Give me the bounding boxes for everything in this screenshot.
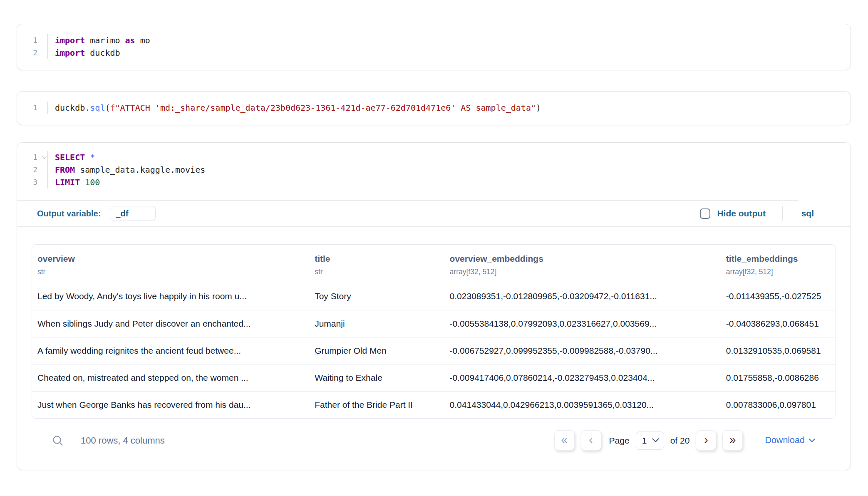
column-header-overview_embeddings[interactable]: overview_embeddingsarray[f32, 512] [444,245,721,283]
table-cell: Jumanji [309,310,444,337]
table-cell: 0.023089351,-0.012809965,-0.03209472,-0.… [444,283,721,310]
column-header-overview[interactable]: overviewstr [32,245,309,283]
table-cell: 0.007833006,0.097801 [721,391,836,418]
double-chevron-right-icon: » [729,434,736,446]
line-number: 3 [17,176,47,188]
table-cell: 0.0132910535,0.069581 [721,337,836,364]
column-dtype: str [37,268,309,276]
dataframe-table: overviewstrtitlestroverview_embeddingsar… [32,245,836,418]
code-line: FROM sample_data.kaggle.movies [55,164,205,176]
code-fold-chevron-icon[interactable] [42,154,46,159]
code-editor[interactable]: 12 import marimo as moimport duckdb [17,34,851,59]
page-total: of 20 [670,436,690,446]
code-lines: duckdb.sql(f"ATTACH 'md:_share/sample_da… [48,102,541,114]
table-cell: Just when George Banks has recovered fro… [32,391,309,418]
table-cell: -0.0055384138,0.07992093,0.023316627,0.0… [444,310,721,337]
code-cell-imports: 12 import marimo as moimport duckdb [17,24,851,70]
code-line: LIMIT 100 [55,176,205,188]
double-chevron-left-icon: « [561,434,568,446]
column-name: title_embeddings [726,254,836,264]
previous-page-button[interactable]: ‹ [581,430,601,451]
output-variable-label: Output variable: [37,209,101,218]
code-lines: import marimo as moimport duckdb [48,34,150,59]
table-cell: A family wedding reignites the ancient f… [32,337,309,364]
chevron-left-icon: ‹ [589,434,593,446]
code-editor[interactable]: 1 duckdb.sql(f"ATTACH 'md:_share/sample_… [17,102,851,114]
table-cell: Toy Story [309,283,444,310]
output-variable-input[interactable] [110,206,156,221]
table-cell: Father of the Bride Part II [309,391,444,418]
line-number: 1 [17,102,47,114]
table-cell: -0.009417406,0.07860214,-0.023279453,0.0… [444,364,721,391]
table-cell: -0.040386293,0.068451 [721,310,836,337]
table-body: Led by Woody, Andy's toys live happily i… [32,283,836,418]
table-footer: 100 rows, 4 columns « ‹ Page 1 of 20 › [32,419,836,470]
table-cell: Led by Woody, Andy's toys live happily i… [32,283,309,310]
table-cell: Waiting to Exhale [309,364,444,391]
chevron-right-icon: › [704,434,708,446]
language-button[interactable]: sql [801,208,814,218]
line-number: 1 [17,34,47,47]
search-button[interactable] [52,434,64,447]
last-page-button[interactable]: » [722,430,743,451]
line-numbers: 1 [17,102,48,114]
download-label: Download [765,435,805,446]
column-name: overview [37,254,309,264]
page-select[interactable]: 1 [636,432,664,450]
pagination: « ‹ Page 1 of 20 › » [554,430,815,451]
download-button[interactable]: Download [765,435,815,446]
line-number: 2 [17,47,47,59]
table-header-row: overviewstrtitlestroverview_embeddingsar… [32,245,836,283]
line-number: 2 [17,164,47,176]
code-line: duckdb.sql(f"ATTACH 'md:_share/sample_da… [55,102,541,114]
line-number: 1 [17,151,47,164]
code-lines: SELECT *FROM sample_data.kaggle.moviesLI… [48,151,205,188]
table-cell: -0.006752927,0.099952355,-0.009982588,-0… [444,337,721,364]
sql-cell-footer: Output variable: Hide output sql [17,201,851,226]
page-label: Page [609,436,630,446]
code-editor[interactable]: 123 SELECT *FROM sample_data.kaggle.movi… [17,151,851,188]
column-dtype: str [315,268,444,276]
row-count-summary: 100 rows, 4 columns [81,435,165,446]
column-name: overview_embeddings [450,254,721,264]
hide-output-label: Hide output [717,208,766,218]
search-icon [52,434,64,447]
code-cell-attach: 1 duckdb.sql(f"ATTACH 'md:_share/sample_… [17,91,851,125]
first-page-button[interactable]: « [554,430,575,451]
hide-output-checkbox[interactable] [700,208,710,219]
line-numbers: 123 [17,151,48,188]
page-select-value: 1 [642,436,647,446]
table-row: A family wedding reignites the ancient f… [32,337,836,364]
sql-cell: 123 SELECT *FROM sample_data.kaggle.movi… [17,142,851,470]
table-cell: 0.01755858,-0.0086286 [721,364,836,391]
chevron-down-icon [809,439,815,443]
column-header-title_embeddings[interactable]: title_embeddingsarray[f32, 512] [721,245,836,283]
column-name: title [315,254,444,264]
table-cell: When siblings Judy and Peter discover an… [32,310,309,337]
table-cell: Grumpier Old Men [309,337,444,364]
table-cell: Cheated on, mistreated and stepped on, t… [32,364,309,391]
code-line: import duckdb [55,47,150,59]
column-header-title[interactable]: titlestr [309,245,444,283]
column-dtype: array[f32, 512] [726,268,836,276]
dataframe-table-card: overviewstrtitlestroverview_embeddingsar… [32,244,836,419]
table-cell: 0.041433044,0.042966213,0.0039591365,0.0… [444,391,721,418]
table-row: When siblings Judy and Peter discover an… [32,310,836,337]
code-line: import marimo as mo [55,34,150,47]
chevron-down-icon [652,438,659,443]
table-row: Just when George Banks has recovered fro… [32,391,836,418]
next-page-button[interactable]: › [696,430,716,451]
vertical-divider [782,206,783,221]
cell-output: overviewstrtitlestroverview_embeddingsar… [17,227,851,470]
code-line: SELECT * [55,151,205,164]
table-cell: -0.011439355,-0.027525 [721,283,836,310]
table-row: Led by Woody, Andy's toys live happily i… [32,283,836,310]
table-row: Cheated on, mistreated and stepped on, t… [32,364,836,391]
line-numbers: 12 [17,34,48,59]
column-dtype: array[f32, 512] [450,268,721,276]
